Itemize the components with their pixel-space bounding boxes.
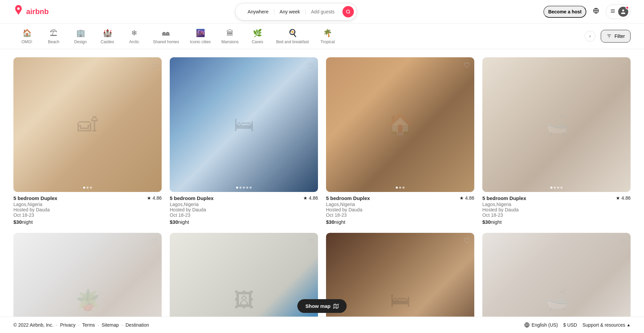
bed-breakfast-icon: 🍳	[288, 29, 297, 38]
globe-button[interactable]	[590, 5, 602, 18]
category-tropical[interactable]: 🌴 Tropical	[314, 23, 341, 49]
footer-support[interactable]: Support & resources ▲	[582, 322, 631, 328]
star-icon: ★	[616, 195, 620, 201]
listing-card[interactable]: 🛏 ♡ 5 bedroom Duplex ★ 4.86 Lagos,Nigeri…	[170, 57, 318, 225]
category-caves-label: Caves	[252, 40, 263, 44]
category-mansions[interactable]: 🏛 Mansions	[216, 23, 244, 49]
omg-icon: 🏠	[22, 29, 32, 38]
listing-card[interactable]: 🏠 ♡ 5 bedroom Duplex ★ 4.86 Lagos,Nigeri…	[326, 57, 474, 225]
category-tropical-label: Tropical	[321, 40, 335, 44]
dot-indicator	[90, 187, 92, 189]
price-amount: $30	[482, 219, 491, 225]
logo[interactable]: airbnb	[13, 5, 49, 18]
hamburger-icon	[610, 8, 615, 15]
dot-indicators	[396, 187, 405, 189]
listing-card[interactable]: 🛋 ♡ 5 bedroom Duplex ★ 4.86 Lagos,Nigeri…	[13, 57, 162, 225]
category-omg[interactable]: 🏠 OMG!	[13, 23, 40, 49]
categories-next-arrow[interactable]: ›	[585, 31, 595, 42]
category-design[interactable]: 🏢 Design	[67, 23, 94, 49]
listing-dates: Oct 18-23	[13, 212, 162, 218]
price-amount: $30	[326, 219, 334, 225]
filter-button[interactable]: Filter	[601, 30, 631, 43]
wishlist-button[interactable]: ♡	[620, 61, 627, 70]
wishlist-button[interactable]: ♡	[307, 237, 314, 246]
listing-host: Hosted by Dauda	[326, 207, 474, 212]
dot-indicator	[560, 187, 562, 189]
wishlist-button[interactable]: ♡	[151, 61, 158, 70]
listing-title-row: 5 bedroom Duplex ★ 4.86	[170, 195, 318, 201]
tropical-icon: 🌴	[323, 29, 332, 38]
listing-title: 5 bedroom Duplex	[326, 195, 370, 201]
listing-rating: ★ 4.86	[147, 195, 162, 201]
category-shared-homes-label: Shared homes	[153, 40, 179, 44]
category-shared-homes[interactable]: 🏘 Shared homes	[148, 23, 184, 49]
rating-value: 4.86	[465, 195, 474, 201]
dot-indicator	[557, 187, 559, 189]
listing-dates: Oct 18-23	[326, 212, 474, 218]
search-guests[interactable]: Add guests	[306, 9, 340, 14]
wishlist-button[interactable]: ♡	[620, 237, 627, 246]
footer-sitemap-link[interactable]: Sitemap	[102, 322, 119, 328]
wishlist-button[interactable]: ♡	[464, 237, 470, 246]
listing-host: Hosted by Dauda	[482, 207, 631, 212]
design-icon: 🏢	[76, 29, 85, 38]
category-castles[interactable]: 🏰 Castles	[94, 23, 121, 49]
listing-price: $30night	[482, 219, 631, 225]
listing-location: Lagos,Nigeria	[482, 202, 631, 207]
header-right: Become a host	[543, 4, 631, 19]
footer-separator-2: ·	[78, 322, 79, 328]
footer-language[interactable]: English (US)	[524, 322, 558, 328]
listing-title-row: 5 bedroom Duplex ★ 4.86	[326, 195, 474, 201]
listing-dates: Oct 18-23	[170, 212, 318, 218]
star-icon: ★	[303, 195, 308, 201]
footer-separator-3: ·	[98, 322, 99, 328]
dot-indicator	[402, 187, 405, 189]
category-iconic-cities[interactable]: 🌆 Iconic cities	[184, 23, 216, 49]
listing-image-wrap: 🛏 ♡	[170, 57, 318, 192]
wishlist-button[interactable]: ♡	[151, 237, 158, 246]
category-beach[interactable]: ⛱ Beach	[40, 23, 67, 49]
search-button[interactable]	[342, 6, 354, 17]
dot-indicator	[239, 187, 241, 189]
svg-point-7	[622, 9, 624, 11]
svg-line-1	[349, 12, 350, 13]
price-unit: night	[178, 219, 189, 225]
category-bed-breakfast-label: Bed and breakfast	[276, 40, 309, 44]
category-omg-label: OMG!	[21, 40, 32, 44]
user-menu[interactable]	[606, 4, 631, 19]
search-location[interactable]: Anywhere	[242, 9, 274, 14]
category-arctic[interactable]: ❄ Arctic	[121, 23, 148, 49]
listing-info: 5 bedroom Duplex ★ 4.86 Lagos,Nigeria Ho…	[326, 192, 474, 225]
price-amount: $30	[13, 219, 22, 225]
categories-list: 🏠 OMG! ⛱ Beach 🏢 Design 🏰 Castles ❄ Arct…	[13, 23, 582, 49]
listing-card[interactable]: 🛁 ♡ 5 bedroom Duplex ★ 4.86 Lagos,Nigeri…	[482, 57, 631, 225]
footer-currency[interactable]: $ USD	[563, 322, 577, 328]
listing-price: $30night	[170, 219, 318, 225]
dot-indicator	[396, 187, 398, 189]
search-bar[interactable]: Anywhere Any week Add guests	[235, 3, 357, 20]
airbnb-logo-icon	[13, 5, 23, 18]
become-host-button[interactable]: Become a host	[543, 6, 586, 18]
category-bed-breakfast[interactable]: 🍳 Bed and breakfast	[271, 23, 314, 49]
iconic-cities-icon: 🌆	[196, 29, 205, 38]
wishlist-button[interactable]: ♡	[464, 61, 470, 70]
rating-value: 4.86	[153, 195, 162, 201]
castles-icon: 🏰	[103, 29, 112, 38]
mansions-icon: 🏛	[226, 29, 234, 38]
listing-title: 5 bedroom Duplex	[482, 195, 526, 201]
dot-indicator	[83, 187, 85, 189]
footer: © 2022 Airbnb, Inc. · Privacy · Terms · …	[0, 317, 644, 333]
wishlist-button[interactable]: ♡	[307, 61, 314, 70]
footer-separator-1: ·	[56, 322, 57, 328]
footer-terms-link[interactable]: Terms	[82, 322, 95, 328]
category-caves[interactable]: 🌿 Caves	[244, 23, 271, 49]
search-dates[interactable]: Any week	[274, 9, 306, 14]
price-amount: $30	[170, 219, 178, 225]
footer-privacy-link[interactable]: Privacy	[60, 322, 75, 328]
show-map-button[interactable]: Show map	[297, 299, 346, 313]
dot-indicator	[250, 187, 252, 189]
dot-indicator	[550, 187, 552, 189]
footer-destination-link[interactable]: Destination	[125, 322, 149, 328]
star-icon: ★	[147, 195, 151, 201]
dot-indicator	[243, 187, 245, 189]
